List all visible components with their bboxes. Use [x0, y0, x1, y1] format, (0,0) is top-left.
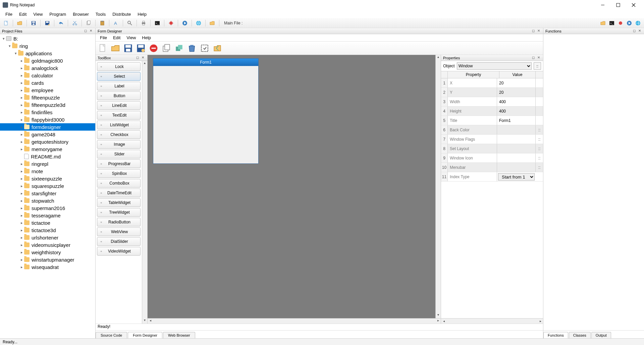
tree-item-readmemd[interactable]: README.md [0, 153, 95, 160]
menu-file[interactable]: File [2, 11, 16, 18]
fd-menu-view[interactable]: View [123, 34, 139, 41]
toolbox-combobox[interactable]: ▫ComboBox [97, 179, 141, 188]
tree-expander-icon[interactable]: ▸ [19, 125, 24, 129]
tree-item-calculator[interactable]: ▸calculator [0, 72, 95, 79]
tree-item-analogclock[interactable]: ▸analogclock [0, 64, 95, 72]
tab-web-browser[interactable]: Web Browser [163, 332, 195, 338]
tree-expander-icon[interactable]: ▸ [19, 184, 24, 188]
tree-item-tictactoe3d[interactable]: ▸tictactoe3d [0, 226, 95, 234]
open-file-icon[interactable] [16, 19, 24, 27]
tree-item-cards[interactable]: ▸cards [0, 79, 95, 86]
tree-expander-icon[interactable]: ▸ [19, 88, 24, 92]
tree-item-squarespuzzle[interactable]: ▸squarespuzzle [0, 182, 95, 190]
properties-float-icon[interactable]: ◻ [531, 56, 536, 60]
canvas-hscrollbar[interactable]: ◂▸ [148, 318, 441, 324]
save-as-icon[interactable] [43, 19, 51, 27]
tree-item-superman2016[interactable]: ▸superman2016 [0, 204, 95, 212]
tree-expander-icon[interactable]: ▸ [19, 66, 24, 70]
toolbox-webview[interactable]: ▫WebView [97, 227, 141, 236]
tree-item-videomusicplayer[interactable]: ▸videomusicplayer [0, 241, 95, 249]
functions-tab-classes[interactable]: Classes [569, 332, 591, 338]
tree-expander-icon[interactable]: ▸ [19, 162, 24, 166]
tree-item-tictactoe[interactable]: ▸tictactoe [0, 219, 95, 226]
fd-duplicate-icon[interactable] [161, 43, 171, 53]
find-icon[interactable] [126, 19, 134, 27]
toolbox-tablewidget[interactable]: ▫TableWidget [97, 198, 141, 207]
menu-tools[interactable]: Tools [92, 11, 109, 18]
tree-expander-icon[interactable]: ▸ [19, 103, 24, 107]
open-project-icon[interactable] [599, 19, 607, 27]
canvas-vscrollbar[interactable]: ▴▾ [435, 55, 441, 318]
menu-browser[interactable]: Browser [69, 11, 92, 18]
print-icon[interactable] [140, 19, 148, 27]
fd-tofront-icon[interactable] [174, 43, 184, 53]
prop-value[interactable] [497, 153, 536, 162]
tree-item-starsfighter[interactable]: ▸starsfighter [0, 190, 95, 197]
open-folder-icon[interactable] [208, 19, 216, 27]
run-icon[interactable] [181, 19, 189, 27]
tree-expander-icon[interactable]: ▸ [19, 132, 24, 137]
properties-close-icon[interactable]: ✕ [536, 56, 541, 60]
tree-expander-icon[interactable]: ▸ [19, 177, 24, 181]
terminal2-icon[interactable]: >_ [608, 19, 616, 27]
toolbox-slider[interactable]: ▫Slider [97, 150, 141, 158]
minimize-button[interactable] [595, 0, 610, 10]
toolbox-scrollbar[interactable]: ▴▾ [142, 61, 147, 324]
prop-value[interactable] [497, 144, 536, 153]
fd-menu-help[interactable]: Help [139, 34, 154, 41]
tree-expander-icon[interactable]: ▸ [19, 265, 24, 269]
tree-item-getquoteshistory[interactable]: ▸getquoteshistory [0, 138, 95, 145]
functions-tab-output[interactable]: Output [591, 332, 611, 338]
web-run-icon[interactable] [195, 19, 203, 27]
maximize-button[interactable] [610, 0, 626, 10]
tree-item-rnote[interactable]: ▸rnote [0, 167, 95, 175]
toolbox-datetimeedit[interactable]: ▫DateTimeEdit [97, 189, 141, 197]
tree-expander-icon[interactable]: ▸ [19, 118, 24, 122]
tree-expander-icon[interactable]: ▸ [19, 221, 24, 225]
prop-more-button[interactable]: :: [536, 163, 543, 172]
toolbox-treewidget[interactable]: ▫TreeWidget [97, 208, 141, 217]
fd-open-icon[interactable] [110, 43, 120, 53]
tree-expander-icon[interactable]: ▸ [19, 235, 24, 240]
form-canvas[interactable]: Form1 [148, 55, 435, 318]
panel-float-icon[interactable]: ◻ [83, 29, 88, 33]
tree-expander-icon[interactable]: ▸ [19, 147, 24, 151]
fd-selectall-icon[interactable] [200, 43, 210, 53]
tree-expander-icon[interactable]: ▸ [19, 73, 24, 78]
toolbox-lineedit[interactable]: ▫LineEdit [97, 101, 141, 110]
undo-icon[interactable] [57, 19, 65, 27]
toolbox-progressbar[interactable]: ▫ProgressBar [97, 159, 141, 168]
prop-value[interactable] [497, 135, 536, 144]
tree-expander-icon[interactable]: ▾ [1, 37, 6, 41]
fd-float-icon[interactable]: ◻ [531, 29, 536, 33]
tree-expander-icon[interactable]: ▸ [19, 140, 24, 144]
toolbox-image[interactable]: ▫Image [97, 140, 141, 149]
debug2-icon[interactable] [616, 19, 625, 27]
fd-menu-file[interactable]: File [97, 34, 110, 41]
toolbox-close-icon[interactable]: ✕ [141, 56, 145, 60]
tree-item-fifteenpuzzle[interactable]: ▸fifteenpuzzle [0, 94, 95, 101]
fd-switch-icon[interactable] [212, 43, 222, 53]
functions-float-icon[interactable]: ◻ [632, 29, 637, 33]
tree-expander-icon[interactable]: ▸ [19, 258, 24, 262]
toolbox-textedit[interactable]: ▫TextEdit [97, 111, 141, 120]
prop-value[interactable]: 20 [497, 88, 536, 97]
fd-delete-icon[interactable] [187, 43, 197, 53]
fd-save-icon[interactable] [123, 43, 133, 53]
tree-item-formdesigner[interactable]: ▸formdesigner [0, 123, 95, 131]
prop-value[interactable] [497, 163, 536, 172]
prop-value[interactable]: 400 [497, 97, 536, 106]
functions-list[interactable] [543, 34, 644, 330]
tree-expander-icon[interactable]: ▸ [19, 199, 24, 203]
web2-icon[interactable] [634, 19, 642, 27]
menu-view[interactable]: View [30, 11, 46, 18]
save-icon[interactable] [30, 19, 38, 27]
toolbox-lock[interactable]: ▫Lock [97, 62, 141, 71]
fd-new-icon[interactable] [98, 43, 108, 53]
run2-icon[interactable] [625, 19, 633, 27]
tree-expander-icon[interactable]: ▸ [19, 169, 24, 174]
prop-more-button[interactable]: :: [536, 135, 543, 144]
tree-expander-icon[interactable]: ▸ [19, 250, 24, 255]
toolbox-dialslider[interactable]: ▫DialSlider [97, 237, 141, 246]
tree-item-game2048[interactable]: ▸game2048 [0, 131, 95, 138]
